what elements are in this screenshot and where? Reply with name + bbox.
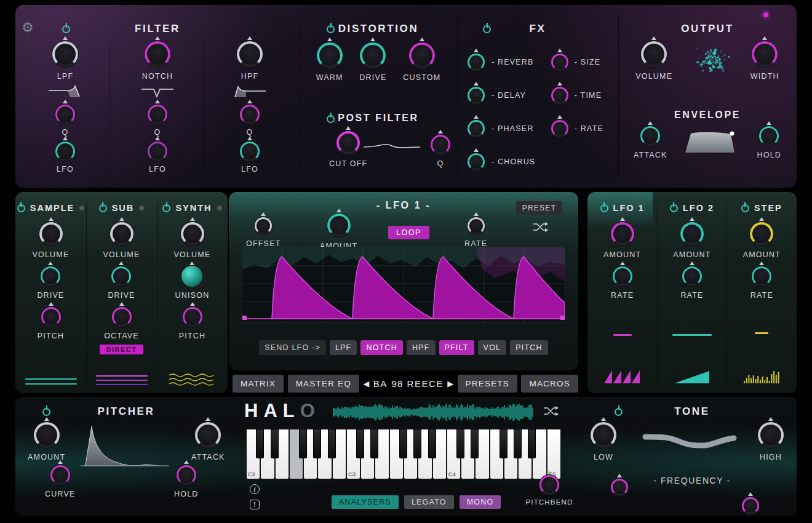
synth-volume-knob[interactable]: [180, 222, 205, 246]
warm-knob[interactable]: [316, 42, 343, 69]
drive-knob[interactable]: [359, 42, 386, 69]
time-knob[interactable]: [551, 86, 569, 105]
black-key[interactable]: [471, 429, 479, 458]
hold-knob[interactable]: [758, 126, 779, 146]
mod-tab-lfo1[interactable]: LFO 1 AMOUNT RATE: [587, 192, 657, 393]
mod-tab-lfo2[interactable]: LFO 2 AMOUNT RATE: [657, 192, 726, 393]
lfo-amount-knob[interactable]: [327, 213, 351, 238]
hpf-q-knob[interactable]: [239, 104, 260, 125]
lfo2-amount-knob[interactable]: [680, 222, 704, 246]
preset-next-button[interactable]: ▶: [447, 379, 453, 388]
pitcher-envelope-display[interactable]: [78, 421, 172, 469]
send-target-hpf[interactable]: HPF: [407, 340, 436, 355]
hpf-knob[interactable]: [236, 41, 263, 68]
send-target-lpf[interactable]: LPF: [330, 340, 357, 355]
step-rate-knob[interactable]: [751, 266, 772, 287]
pitcher-curve-knob[interactable]: [50, 465, 71, 485]
sample-randomize-icon[interactable]: [543, 405, 559, 417]
black-key[interactable]: [271, 429, 279, 458]
black-key[interactable]: [413, 429, 421, 458]
black-key[interactable]: [528, 429, 536, 458]
lfo-offset-knob[interactable]: [254, 217, 273, 235]
chorus-knob[interactable]: [467, 153, 485, 171]
warning-icon[interactable]: !: [250, 500, 260, 509]
tone-low-knob[interactable]: [590, 421, 617, 449]
sub-direct-badge[interactable]: DIRECT: [100, 345, 144, 354]
sample-pitch-knob[interactable]: [41, 306, 62, 327]
step-amount-knob[interactable]: [749, 222, 774, 246]
preset-prev-button[interactable]: ◀: [363, 379, 369, 388]
synth-pitch-knob[interactable]: [182, 306, 203, 327]
send-target-vol[interactable]: VOL: [478, 340, 507, 355]
sub-drive-knob[interactable]: [111, 266, 132, 287]
pitcher-amount-knob[interactable]: [33, 421, 60, 449]
presets-button[interactable]: PRESETS: [458, 375, 517, 393]
attack-knob[interactable]: [640, 126, 661, 146]
reverb-knob[interactable]: [467, 53, 485, 71]
black-key[interactable]: [356, 429, 364, 458]
black-key[interactable]: [313, 429, 321, 458]
black-key[interactable]: [399, 429, 407, 458]
keyboard[interactable]: C2C3C4C5: [246, 429, 561, 479]
sample-power-icon[interactable]: [17, 204, 25, 212]
custom-knob[interactable]: [408, 42, 436, 69]
width-knob[interactable]: [751, 41, 778, 68]
lpf-q-knob[interactable]: [55, 104, 76, 125]
lfo-randomize-icon[interactable]: [533, 222, 549, 233]
tone-freq-low-knob[interactable]: [610, 478, 629, 497]
mono-button[interactable]: MONO: [460, 495, 501, 509]
matrix-button[interactable]: MATRIX: [233, 375, 284, 393]
master-eq-button[interactable]: MASTER EQ: [288, 375, 359, 393]
notch-knob[interactable]: [144, 41, 171, 68]
sub-volume-knob[interactable]: [109, 222, 134, 246]
black-key[interactable]: [299, 429, 307, 458]
lfo1-rate-knob[interactable]: [612, 266, 633, 287]
black-key[interactable]: [328, 429, 336, 458]
size-knob[interactable]: [551, 53, 569, 71]
legato-button[interactable]: LEGATO: [404, 495, 454, 509]
mod-tab-step[interactable]: STEP AMOUNT RATE: [727, 192, 797, 393]
lfo-loop-toggle[interactable]: LOOP: [388, 226, 429, 239]
black-key[interactable]: [428, 429, 436, 458]
lfo2-rate-knob[interactable]: [682, 266, 703, 287]
lpf-knob[interactable]: [52, 41, 79, 68]
lfo-rate-knob[interactable]: [467, 217, 485, 235]
tone-curve-display[interactable]: [642, 431, 738, 451]
pitcher-attack-knob[interactable]: [194, 421, 221, 449]
send-target-pitch[interactable]: PITCH: [510, 340, 548, 355]
pitcher-power-icon[interactable]: [42, 408, 50, 416]
pitcher-hold-knob[interactable]: [176, 465, 197, 485]
tone-high-knob[interactable]: [757, 421, 784, 449]
notch-q-knob[interactable]: [147, 104, 168, 125]
black-key[interactable]: [500, 429, 507, 458]
send-target-pfilt[interactable]: PFILT: [439, 340, 474, 355]
analysers-button[interactable]: ANALYSERS: [332, 495, 399, 509]
cutoff-knob[interactable]: [336, 130, 360, 155]
hpf-lfo-knob[interactable]: [239, 141, 260, 162]
envelope-shape-display[interactable]: [683, 128, 742, 155]
step-power-icon[interactable]: [741, 204, 749, 212]
delay-knob[interactable]: [467, 86, 485, 105]
black-key[interactable]: [370, 429, 378, 458]
sub-power-icon[interactable]: [99, 204, 107, 212]
volume-knob[interactable]: [640, 41, 667, 68]
macros-button[interactable]: MACROS: [521, 375, 578, 393]
notch-lfo-knob[interactable]: [147, 141, 168, 162]
info-icon[interactable]: i: [250, 484, 260, 494]
rate-knob[interactable]: [551, 119, 569, 138]
black-key[interactable]: [514, 429, 522, 458]
lfo-waveform-display[interactable]: [242, 247, 565, 322]
send-target-notch[interactable]: NOTCH: [360, 340, 402, 355]
lfo1-amount-knob[interactable]: [610, 222, 635, 246]
black-key[interactable]: [456, 429, 464, 458]
sample-drive-knob[interactable]: [40, 266, 61, 287]
post-filter-q-knob[interactable]: [430, 134, 451, 155]
black-key[interactable]: [256, 429, 264, 458]
pitchbend-knob[interactable]: [539, 474, 560, 495]
lpf-lfo-knob[interactable]: [55, 141, 76, 162]
phaser-knob[interactable]: [467, 119, 485, 138]
sample-volume-knob[interactable]: [39, 222, 63, 246]
lfo1-power-icon[interactable]: [600, 204, 608, 212]
lfo-preset-button[interactable]: PRESET: [516, 201, 562, 215]
sub-octave-knob[interactable]: [111, 306, 132, 327]
